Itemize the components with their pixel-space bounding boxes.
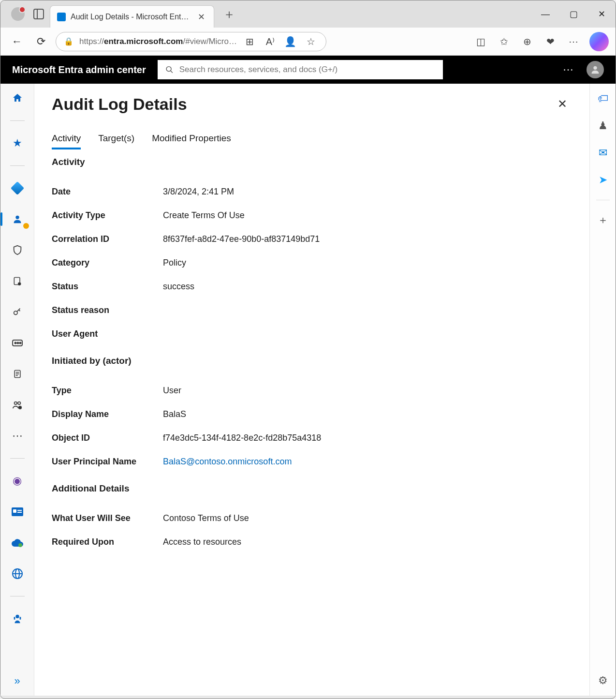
svg-rect-28 [19,617,21,620]
detail-label: Status [52,282,163,292]
nav-learn-icon[interactable]: ◉ [7,472,28,490]
url-field[interactable]: 🔒 https://entra.microsoft.com/#view/Micr… [56,32,326,51]
back-button[interactable]: ← [7,32,27,51]
detail-label: Correlation ID [52,234,163,244]
nav-globe-icon[interactable] [7,565,28,582]
detail-row: Required UponAccess to resources [52,530,572,554]
nav-more-icon[interactable]: ⋯ [7,427,28,445]
nav-favorites-icon[interactable]: ★ [7,134,28,152]
rail-add-icon[interactable]: ＋ [596,213,610,227]
svg-point-2 [593,66,597,70]
detail-label: Activity Type [52,210,163,221]
svg-point-5 [18,283,20,285]
entra-brand: Microsoft Entra admin center [12,64,146,75]
rail-tag-icon[interactable]: 🏷 [596,91,610,106]
entra-search-input[interactable] [179,65,435,74]
section-actor-heading: Initiated by (actor) [52,356,572,366]
entra-search-box[interactable] [158,60,443,79]
entra-topbar-right: ⋯ [563,61,604,78]
detail-value: 3/8/2024, 2:41 PM [163,187,234,197]
more-icon[interactable]: ⋯ [566,34,581,49]
browser-tab[interactable]: Audit Log Details - Microsoft Ent… ✕ [50,5,214,28]
detail-row: Statussuccess [52,275,572,298]
detail-value: Contoso Terms of Use [163,513,249,523]
nav-idcard-icon[interactable] [7,503,28,521]
svg-rect-27 [14,617,15,620]
minimize-button[interactable]: ― [531,2,559,26]
browser-address-bar: ← ⟳ 🔒 https://entra.microsoft.com/#view/… [0,28,616,56]
detail-value: f74e3dc5-134f-4182-8e2c-fd28b75a4318 [163,433,321,443]
rail-settings-icon[interactable]: ⚙ [596,673,610,688]
detail-value: 8f637fef-a8d2-47ee-90b0-af837149bd71 [163,234,320,244]
detail-label: Object ID [52,433,163,443]
nav-groups-icon[interactable] [7,396,28,414]
tab-activity[interactable]: Activity [52,133,81,149]
extensions-icon[interactable]: ⊞ [243,34,257,49]
nav-cloud-icon[interactable] [7,534,28,551]
rail-send-icon[interactable]: ➤ [596,173,610,187]
nav-expand-icon[interactable]: » [7,672,28,690]
entra-more-icon[interactable]: ⋯ [563,63,575,76]
svg-point-6 [14,311,17,314]
svg-point-16 [17,402,20,405]
app-area: Microsoft Entra admin center ⋯ ★ [0,56,616,696]
favorite-star-icon[interactable]: ☆ [304,34,318,49]
detail-label: Category [52,258,163,268]
collections-icon[interactable]: ⊕ [520,34,534,49]
close-blade-button[interactable]: ✕ [553,94,572,114]
svg-point-17 [18,406,21,409]
nav-home-icon[interactable] [7,89,28,107]
detail-tabs: Activity Target(s) Modified Properties [52,133,572,150]
nav-users-icon[interactable] [7,210,28,228]
search-icon [165,65,174,74]
detail-row: Date3/8/2024, 2:41 PM [52,180,572,204]
detail-label: Display Name [52,409,163,419]
tab-actions-icon[interactable] [33,9,44,19]
main-content: Audit Log Details ✕ Activity Target(s) M… [34,56,589,696]
nav-password-icon[interactable] [7,334,28,352]
nav-divider [10,165,25,166]
read-aloud-icon[interactable]: A⁾ [263,34,278,49]
detail-value: Access to resources [163,537,241,547]
person-icon[interactable]: 👤 [283,34,298,49]
rail-outlook-icon[interactable]: ✉ [596,146,610,160]
nav-doc-icon[interactable] [7,365,28,383]
detail-row: Activity TypeCreate Terms Of Use [52,204,572,227]
refresh-button[interactable]: ⟳ [31,32,51,51]
nav-support-icon[interactable] [7,610,28,627]
detail-value: User [163,386,181,396]
tab-close-icon[interactable]: ✕ [196,12,207,22]
browser-window: Audit Log Details - Microsoft Ent… ✕ ＋ ―… [0,0,616,699]
detail-label: What User Will See [52,513,163,523]
nav-identity-icon[interactable] [7,179,28,197]
svg-point-3 [15,216,19,219]
rail-chess-icon[interactable]: ♟ [596,119,610,133]
titlebar-left [0,7,44,21]
tab-modified-properties[interactable]: Modified Properties [152,133,231,149]
health-icon[interactable]: ❤ [543,34,557,49]
entra-avatar[interactable] [587,61,604,78]
nav-billing-icon[interactable] [7,272,28,290]
close-window-button[interactable]: ✕ [587,2,616,26]
svg-point-9 [17,342,18,344]
tab-targets[interactable]: Target(s) [98,133,134,149]
nav-protection-icon[interactable] [7,241,28,259]
maximize-button[interactable]: ▢ [559,2,587,26]
detail-value-link[interactable]: BalaS@contoso.onmicrosoft.com [163,457,292,467]
svg-rect-21 [17,512,22,513]
entra-topbar: Microsoft Entra admin center ⋯ [0,56,616,84]
toolbar-icons: ◫ ✩ ⊕ ❤ ⋯ [473,32,609,51]
detail-value: Create Terms Of Use [163,210,245,221]
split-screen-icon[interactable]: ◫ [473,34,488,49]
new-tab-button[interactable]: ＋ [214,6,244,23]
favorites-icon[interactable]: ✩ [497,34,511,49]
nav-keys-icon[interactable] [7,303,28,321]
detail-label: Required Upon [52,537,163,547]
detail-label: User Agent [52,329,163,339]
tab-title: Audit Log Details - Microsoft Ent… [71,13,191,21]
svg-point-22 [18,543,22,547]
detail-row: Object IDf74e3dc5-134f-4182-8e2c-fd28b75… [52,426,572,450]
browser-profile-icon[interactable] [11,7,25,21]
detail-row: CategoryPolicy [52,251,572,275]
copilot-icon[interactable] [589,32,609,51]
